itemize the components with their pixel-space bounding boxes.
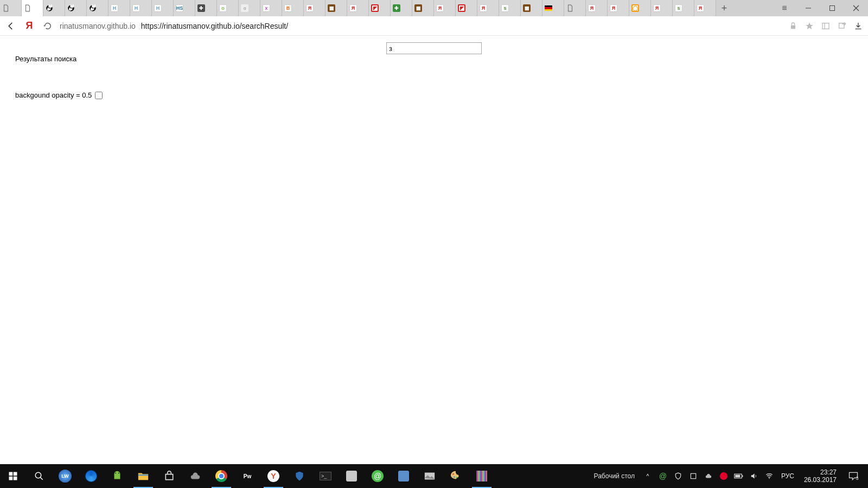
taskbar-app-store[interactable] [156, 464, 182, 488]
browser-tab[interactable]: ✚ [391, 0, 412, 16]
tab-favicon-icon [545, 4, 552, 12]
browser-tab[interactable]: HS [174, 0, 195, 16]
taskbar-app-terminal[interactable]: >_ [312, 464, 339, 488]
browser-tab[interactable]: s [499, 0, 521, 16]
tray-cloud-icon[interactable] [703, 471, 714, 481]
svg-rect-8 [822, 23, 829, 29]
browser-tab[interactable]: s [673, 0, 694, 16]
paint-icon [449, 470, 462, 483]
browser-tab[interactable]: x [260, 0, 282, 16]
taskbar-app-paint[interactable] [443, 464, 469, 488]
browser-tab[interactable]: Я [304, 0, 326, 16]
browser-tab[interactable] [65, 0, 87, 16]
taskbar-app-at[interactable]: @ [365, 464, 391, 488]
tray-at-icon[interactable]: @ [658, 471, 668, 481]
lock-icon[interactable] [788, 21, 799, 31]
svg-point-28 [769, 478, 770, 479]
browser-tab[interactable] [22, 0, 43, 16]
taskbar-app-app1[interactable] [339, 464, 365, 488]
tab-favicon-icon: ▦ [523, 4, 531, 12]
taskbar-app-android[interactable] [104, 464, 130, 488]
bookmark-star-icon[interactable] [804, 21, 815, 31]
browser-tab[interactable]: Я [694, 0, 716, 16]
reload-button[interactable] [41, 20, 54, 33]
taskbar-app-explorer[interactable] [130, 464, 156, 488]
new-tab-button[interactable]: + [716, 0, 732, 16]
taskbar-app-shield[interactable] [286, 464, 312, 488]
taskbar-app-edge[interactable] [78, 464, 104, 488]
taskbar-app-yandex[interactable]: Y [260, 464, 286, 488]
browser-tab[interactable]: B [282, 0, 304, 16]
input-language-indicator[interactable]: РУС [779, 472, 796, 480]
download-icon[interactable] [853, 21, 864, 31]
taskbar-app-archive[interactable] [469, 464, 495, 488]
taskbar-app-pics[interactable] [417, 464, 443, 488]
taskbar-app-app2[interactable] [391, 464, 417, 488]
browser-tab[interactable] [87, 0, 108, 16]
browser-tab[interactable]: ◤ [369, 0, 391, 16]
tab-favicon-icon: H [111, 4, 118, 12]
page-content: Результаты поиска backgound opacity = 0.… [0, 36, 868, 464]
sidebar-icon[interactable] [820, 21, 831, 31]
browser-tab[interactable]: ◤ [456, 0, 477, 16]
taskbar-app-search[interactable] [26, 464, 52, 488]
browser-tab[interactable] [0, 0, 22, 16]
browser-tab[interactable]: Я [347, 0, 369, 16]
tray-volume-icon[interactable] [749, 471, 760, 481]
taskbar-app-cloud[interactable] [182, 464, 208, 488]
svg-rect-24 [691, 473, 695, 478]
taskbar-clock[interactable]: 23:27 26.03.2017 [801, 468, 840, 484]
tray-opera-icon[interactable] [718, 471, 729, 481]
tray-defender-icon[interactable] [673, 471, 684, 481]
browser-tab[interactable] [542, 0, 564, 16]
opacity-label: backgound opacity = 0.5 [15, 91, 92, 99]
tray-box-icon[interactable] [688, 471, 699, 481]
browser-tab[interactable] [564, 0, 586, 16]
browser-tab[interactable]: H [108, 0, 130, 16]
browser-tab[interactable]: H [152, 0, 174, 16]
tab-favicon-icon: Я [306, 4, 314, 12]
minimize-button[interactable] [796, 0, 820, 16]
opacity-checkbox[interactable] [95, 92, 103, 99]
taskbar-app-chrome[interactable] [208, 464, 234, 488]
browser-tab[interactable]: ☼ [239, 0, 260, 16]
browser-tab[interactable]: Я [477, 0, 499, 16]
pics-icon [423, 470, 436, 483]
svg-point-17 [115, 473, 116, 474]
taskbar-app-pw[interactable]: Pw [234, 464, 260, 488]
address-bar: Я rinatusmanov.github.io https://rinatus… [0, 16, 868, 36]
address-url[interactable]: https://rinatusmanov.github.io/searchRes… [141, 22, 288, 30]
browser-tab[interactable]: ◯ [629, 0, 651, 16]
browser-tab[interactable]: Я [434, 0, 456, 16]
tab-favicon-icon [89, 4, 97, 12]
address-host[interactable]: rinatusmanov.github.io [60, 22, 136, 30]
tray-wifi-icon[interactable] [764, 471, 775, 481]
browser-tab[interactable]: H [130, 0, 152, 16]
browser-tab[interactable]: ▦ [326, 0, 347, 16]
action-center-button[interactable]: 3 [844, 464, 866, 488]
browser-tab[interactable]: Я [651, 0, 673, 16]
tab-favicon-icon: ◤ [371, 4, 379, 12]
share-icon[interactable] [837, 21, 847, 31]
taskbar-app-lw[interactable]: LW [52, 464, 78, 488]
tab-favicon-icon: ◤ [458, 4, 465, 12]
taskbar-app-start[interactable] [0, 464, 26, 488]
browser-tab[interactable]: Я [586, 0, 608, 16]
browser-tab[interactable]: ✚ [195, 0, 217, 16]
tab-favicon-icon: B [284, 4, 292, 12]
tray-battery-icon[interactable] [733, 471, 744, 481]
browser-tab[interactable] [43, 0, 65, 16]
browser-logo-icon[interactable]: Я [23, 20, 36, 33]
browser-tab[interactable]: ▦ [521, 0, 542, 16]
back-button[interactable] [4, 20, 17, 33]
browser-tab[interactable]: Я [608, 0, 629, 16]
tab-favicon-icon: ☼ [241, 4, 248, 12]
browser-tab[interactable]: o [217, 0, 239, 16]
browser-tab[interactable]: ▦ [412, 0, 434, 16]
desktop-label[interactable]: Рабочий стол [594, 472, 635, 480]
hamburger-menu-button[interactable]: ≡ [773, 0, 796, 16]
tray-chevron-up-icon[interactable]: ^ [642, 471, 653, 481]
maximize-button[interactable] [820, 0, 844, 16]
search-input[interactable] [386, 42, 482, 54]
close-button[interactable] [844, 0, 868, 16]
